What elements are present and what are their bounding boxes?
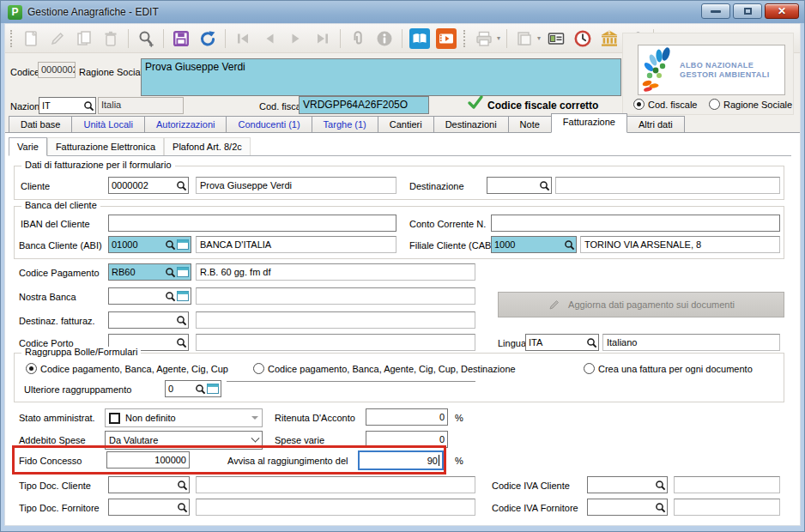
tab-conducenti[interactable]: Conducenti (1) xyxy=(226,116,311,133)
search-button[interactable] xyxy=(135,27,157,50)
toolbar-grip xyxy=(463,30,467,47)
new-record-icon xyxy=(21,29,40,48)
contact-card-button[interactable] xyxy=(545,27,567,50)
conto-corrente-input[interactable] xyxy=(491,215,780,232)
chevron-down-icon[interactable] xyxy=(251,433,260,442)
tab-targhe[interactable]: Targhe (1) xyxy=(312,116,378,133)
tab-destinazioni[interactable]: Destinazioni xyxy=(433,116,508,133)
filiale-cab-label: Filiale Cliente (CAB) xyxy=(409,237,494,254)
refresh-button[interactable] xyxy=(197,27,219,50)
nazione-lookup[interactable]: IT xyxy=(39,97,96,114)
addebito-spese-combo[interactable]: Da Valutare xyxy=(105,431,263,450)
tab-altri-dati[interactable]: Altri dati xyxy=(627,116,685,133)
nav-last-icon xyxy=(313,29,332,48)
cod-fiscale-field[interactable]: VRDGPP64A26F205O xyxy=(299,96,429,114)
tab-cantieri[interactable]: Cantieri xyxy=(378,116,433,133)
save-button[interactable] xyxy=(170,27,192,50)
radio-icon[interactable] xyxy=(709,99,720,110)
lookup-magnifier-icon[interactable] xyxy=(165,239,176,251)
tipo-doc-fornitore-lookup[interactable] xyxy=(108,499,190,516)
bank-button[interactable]: $ xyxy=(598,27,620,50)
subtab-fatturazione-elettronica[interactable]: Fatturazione Elettronica xyxy=(47,137,164,155)
minimize-icon xyxy=(711,10,721,13)
lookup-magnifier-icon[interactable] xyxy=(176,315,187,326)
banca-abi-lookup[interactable]: 01000 xyxy=(108,236,191,253)
dropdown-arrow-icon[interactable] xyxy=(251,416,258,420)
radio-icon[interactable] xyxy=(253,363,264,374)
lookup-magnifier-icon[interactable] xyxy=(177,502,188,513)
toolbar-separator xyxy=(128,29,129,48)
checkbox-icon[interactable] xyxy=(109,413,120,424)
close-button[interactable]: ✕ xyxy=(765,3,799,19)
lookup-magnifier-icon[interactable] xyxy=(655,480,666,491)
iva-fornitore-lookup[interactable] xyxy=(587,499,668,516)
subtab-varie[interactable]: Varie xyxy=(9,137,47,156)
subtab-plafond[interactable]: Plafond Art. 8/2c xyxy=(164,137,251,155)
toolbar-separator xyxy=(402,29,402,48)
lookup-magnifier-icon[interactable] xyxy=(176,180,187,191)
destinazione-lookup[interactable] xyxy=(487,177,552,194)
ragione-sociale-field[interactable]: Prova Giuseppe Verdi xyxy=(141,58,621,96)
lookup-magnifier-icon[interactable] xyxy=(564,239,575,251)
lookup-magnifier-icon[interactable] xyxy=(176,337,187,348)
browse-window-icon[interactable] xyxy=(176,267,190,277)
search-mode-ragione-sociale[interactable]: Ragione Sociale xyxy=(709,99,792,110)
lookup-magnifier-icon[interactable] xyxy=(195,384,206,395)
destinazione-label: Destinazione xyxy=(409,178,464,195)
addebito-spese-label: Addebito Spese xyxy=(19,432,86,449)
lookup-magnifier-icon[interactable] xyxy=(165,291,176,302)
spese-varie-input[interactable] xyxy=(366,431,448,448)
ulteriore-lookup[interactable]: 0 xyxy=(165,380,221,397)
lingua-lookup[interactable]: ITA xyxy=(525,334,599,351)
tab-autorizzazioni[interactable]: Autorizzazioni xyxy=(144,116,226,133)
ulteriore-desc xyxy=(227,381,475,382)
lookup-magnifier-icon[interactable] xyxy=(177,480,188,491)
codice-pagamento-lookup[interactable]: RB60 xyxy=(108,263,191,281)
raggruppa-option-2[interactable]: Codice pagamento, Banca, Agente, Cig, Cu… xyxy=(253,363,516,374)
nav-last-button xyxy=(312,27,334,50)
radio-selected-icon[interactable] xyxy=(26,363,37,374)
lookup-magnifier-icon[interactable] xyxy=(165,267,176,278)
lookup-magnifier-icon[interactable] xyxy=(586,337,597,348)
maximize-icon xyxy=(744,8,752,15)
radio-icon[interactable] xyxy=(584,363,595,374)
pencil-icon xyxy=(548,298,561,311)
lookup-magnifier-icon[interactable] xyxy=(83,100,94,112)
cliente-lookup[interactable]: 0000002 xyxy=(108,177,189,194)
tab-note[interactable]: Note xyxy=(508,116,551,133)
filiale-cab-lookup[interactable]: 1000 xyxy=(491,236,577,253)
raggruppa-option-3[interactable]: Crea una fattura per ogni documento xyxy=(584,363,753,374)
search-mode-cod-fiscale[interactable]: Cod. fiscale xyxy=(633,99,697,110)
tipo-doc-cliente-lookup[interactable] xyxy=(108,476,190,493)
cliente-label: Cliente xyxy=(21,178,50,195)
destinaz-fatturaz-lookup[interactable] xyxy=(108,311,189,329)
manual-button[interactable] xyxy=(409,27,431,50)
iva-cliente-lookup[interactable] xyxy=(587,476,668,493)
tab-dati-base[interactable]: Dati base xyxy=(9,116,71,133)
browse-window-icon[interactable] xyxy=(176,239,190,250)
iban-input[interactable] xyxy=(108,215,396,232)
maximize-button[interactable] xyxy=(733,3,762,19)
lookup-magnifier-icon[interactable] xyxy=(655,502,666,513)
spese-varie-label: Spese varie xyxy=(275,432,324,449)
browse-window-icon[interactable] xyxy=(206,384,220,394)
radio-selected-icon[interactable] xyxy=(633,99,645,110)
fido-concesso-input[interactable] xyxy=(106,451,190,469)
tab-unita-locali[interactable]: Unità Locali xyxy=(71,116,143,133)
print-documents-icon xyxy=(515,29,534,48)
dropdown-caret-icon: ▾ xyxy=(537,34,541,42)
lookup-magnifier-icon[interactable] xyxy=(539,180,550,191)
ritenuta-input[interactable] xyxy=(366,408,448,426)
codice-pagamento-label: Codice Pagamento xyxy=(19,264,100,281)
avvisa-input[interactable]: 90 xyxy=(358,450,444,470)
minimize-button[interactable] xyxy=(701,3,730,19)
video-tutorial-button[interactable] xyxy=(435,27,457,50)
browse-window-icon[interactable] xyxy=(176,291,190,301)
nostra-banca-lookup[interactable] xyxy=(108,287,191,305)
manual-icon xyxy=(409,28,430,49)
stato-amministrativo-combo[interactable]: Non definito xyxy=(105,408,263,427)
aggiorna-pagamento-button: Aggiorna dati pagamento sui documenti xyxy=(498,292,784,317)
raggruppa-option-1[interactable]: Codice pagamento, Banca, Agente, Cig, Cu… xyxy=(26,363,228,374)
tab-fatturazione[interactable]: Fatturazione xyxy=(551,113,627,133)
clock-button[interactable] xyxy=(572,27,594,50)
